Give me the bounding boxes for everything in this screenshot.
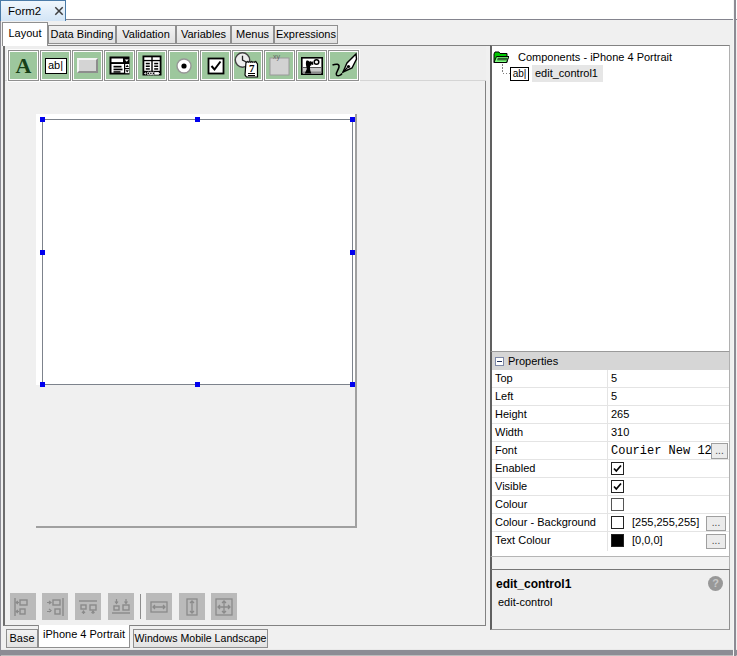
svg-text:7: 7 xyxy=(249,62,255,74)
svg-text:xy: xy xyxy=(273,53,281,61)
